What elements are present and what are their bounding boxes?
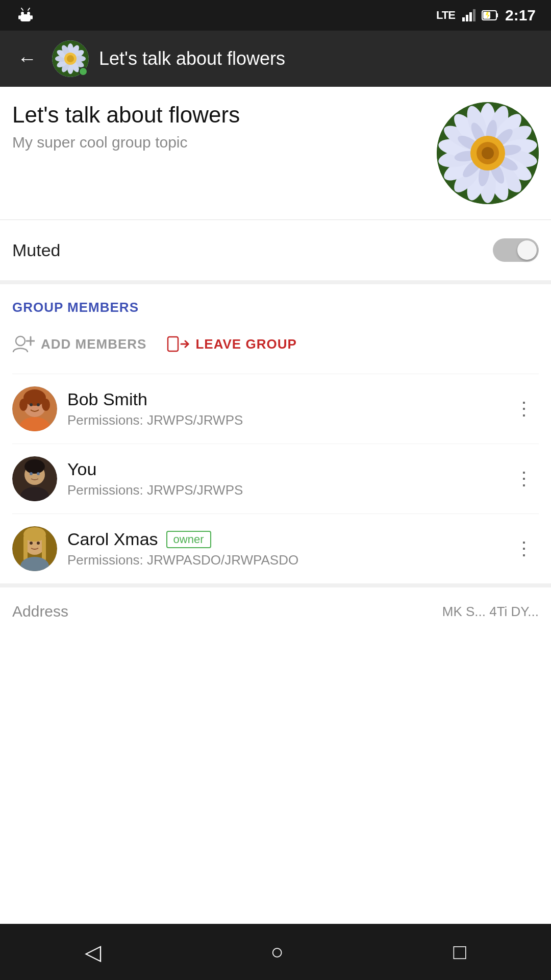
carol-avatar-svg <box>12 526 57 571</box>
nav-home-button[interactable]: ○ <box>251 935 304 969</box>
add-members-label: ADD MEMBERS <box>41 336 146 352</box>
lte-indicator: LTE <box>436 9 455 22</box>
member-more-button-you[interactable]: ⋮ <box>510 463 539 495</box>
add-members-icon <box>12 335 35 353</box>
svg-rect-8 <box>466 15 468 21</box>
address-value: MK S... 4Ti DY... <box>442 604 539 620</box>
svg-line-6 <box>28 8 30 10</box>
member-item-bob: Bob Smith Permissions: JRWPS/JRWPS ⋮ <box>12 374 539 444</box>
add-members-button[interactable]: ADD MEMBERS <box>12 335 146 353</box>
svg-rect-83 <box>23 535 28 561</box>
svg-rect-9 <box>469 12 472 21</box>
owner-badge-carol: owner <box>166 531 211 548</box>
online-indicator <box>79 67 88 76</box>
address-section: Address MK S... 4Ti DY... <box>0 583 551 635</box>
leave-group-label: LEAVE GROUP <box>195 336 296 352</box>
signal-icon <box>461 8 475 22</box>
member-avatar-bob[interactable] <box>12 386 57 431</box>
group-name: Let's talk about flowers <box>12 102 427 128</box>
members-section: GROUP MEMBERS ADD MEMBERS LEAVE GROUP <box>0 284 551 583</box>
svg-point-60 <box>482 147 494 159</box>
svg-rect-64 <box>168 337 178 351</box>
bob-avatar-svg <box>12 386 57 431</box>
svg-point-71 <box>30 403 33 406</box>
group-topic: My super cool group topic <box>12 134 427 151</box>
svg-rect-7 <box>462 17 465 21</box>
members-section-title: GROUP MEMBERS <box>12 300 539 315</box>
svg-point-72 <box>37 403 40 406</box>
nav-back-button[interactable]: ◁ <box>64 935 121 970</box>
address-label: Address <box>12 603 68 620</box>
svg-rect-84 <box>42 535 46 561</box>
member-avatar-carol[interactable] <box>12 526 57 571</box>
member-more-button-carol[interactable]: ⋮ <box>510 533 539 565</box>
member-name-you: You <box>67 459 499 479</box>
svg-rect-4 <box>31 15 33 19</box>
group-photo-large[interactable] <box>437 102 539 204</box>
battery-icon <box>482 10 499 21</box>
muted-label: Muted <box>12 240 61 260</box>
app-bar: ← L <box>0 31 551 87</box>
member-item-you: You Permissions: JRWPS/JRWPS ⋮ <box>12 444 539 513</box>
svg-rect-3 <box>18 15 20 19</box>
svg-point-77 <box>30 472 33 475</box>
svg-point-70 <box>42 399 50 411</box>
svg-line-5 <box>21 8 23 10</box>
member-more-button-bob[interactable]: ⋮ <box>510 393 539 425</box>
group-info-text: Let's talk about flowers My super cool g… <box>12 102 437 151</box>
leave-group-icon <box>167 335 189 353</box>
svg-rect-10 <box>473 9 475 21</box>
svg-rect-12 <box>496 13 498 17</box>
svg-point-76 <box>24 459 45 474</box>
bottom-nav-bar: ◁ ○ □ <box>0 924 551 980</box>
leave-group-button[interactable]: LEAVE GROUP <box>167 335 296 353</box>
member-name-bob: Bob Smith <box>67 389 499 409</box>
member-info-you: You Permissions: JRWPS/JRWPS <box>67 459 499 498</box>
group-info-section: Let's talk about flowers My super cool g… <box>0 87 551 220</box>
status-bar-right: LTE 2:17 <box>436 7 536 24</box>
member-item-carol: Carol Xmas owner Permissions: JRWPASDO/J… <box>12 513 539 583</box>
member-info-carol: Carol Xmas owner Permissions: JRWPASDO/J… <box>67 529 499 568</box>
you-avatar-svg <box>12 456 57 501</box>
member-info-bob: Bob Smith Permissions: JRWPS/JRWPS <box>67 389 499 428</box>
svg-point-28 <box>67 55 74 62</box>
member-permissions-you: Permissions: JRWPS/JRWPS <box>67 482 499 498</box>
svg-point-69 <box>19 399 28 411</box>
android-icon <box>15 5 36 26</box>
muted-toggle[interactable] <box>493 238 539 262</box>
member-avatar-you[interactable] <box>12 456 57 501</box>
back-button[interactable]: ← <box>12 43 42 75</box>
member-permissions-bob: Permissions: JRWPS/JRWPS <box>67 412 499 428</box>
svg-point-61 <box>16 336 25 346</box>
svg-point-86 <box>37 542 40 545</box>
app-bar-title: Let's talk about flowers <box>99 48 539 69</box>
clock: 2:17 <box>505 7 536 24</box>
muted-section: Muted <box>0 220 551 284</box>
member-name-carol: Carol Xmas owner <box>67 529 499 549</box>
svg-point-78 <box>37 472 40 475</box>
group-flower-svg <box>437 102 539 204</box>
toggle-knob <box>517 240 537 260</box>
status-bar: LTE 2:17 <box>0 0 551 31</box>
svg-point-85 <box>30 542 33 545</box>
action-row: ADD MEMBERS LEAVE GROUP <box>12 330 539 358</box>
status-bar-left <box>15 5 36 26</box>
group-avatar-container[interactable] <box>52 40 89 77</box>
nav-recent-button[interactable]: □ <box>433 935 486 969</box>
svg-rect-2 <box>20 14 31 21</box>
member-permissions-carol: Permissions: JRWPASDO/JRWPASDO <box>67 552 499 568</box>
